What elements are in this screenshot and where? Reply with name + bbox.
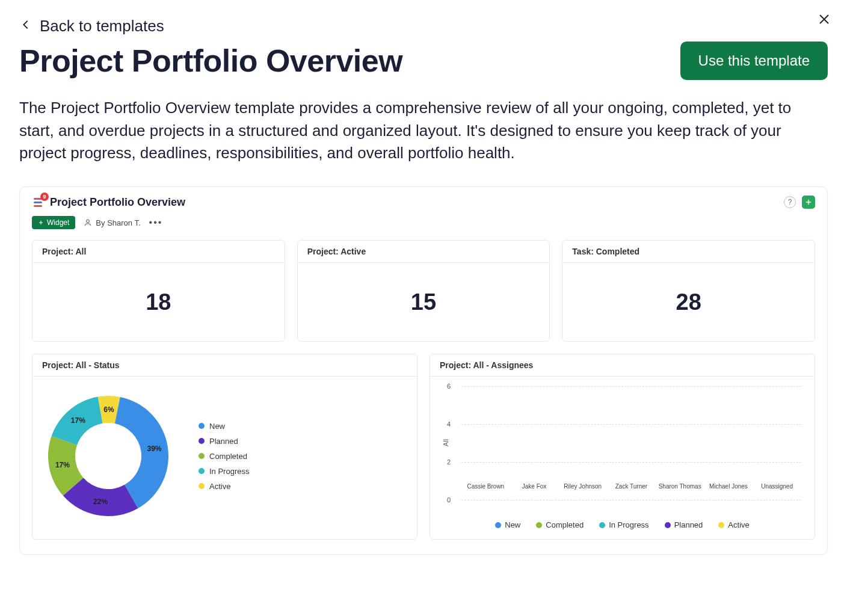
x-tick-label: Unassigned bbox=[753, 483, 801, 490]
stat-card-title: Task: Completed bbox=[562, 241, 815, 263]
y-tick-label: 4 bbox=[447, 420, 451, 428]
legend-dot bbox=[718, 522, 724, 528]
add-widget-button[interactable]: Widget bbox=[32, 216, 75, 229]
app-icon: 9 bbox=[32, 196, 44, 208]
legend-item: Planned bbox=[665, 520, 703, 529]
legend-item: Completed bbox=[199, 452, 249, 461]
x-tick-label: Zack Turner bbox=[607, 483, 655, 490]
notification-badge: 9 bbox=[40, 192, 49, 201]
legend-dot bbox=[199, 423, 205, 429]
stat-card: Project: Active 15 bbox=[297, 240, 550, 342]
legend-item: New bbox=[199, 422, 249, 431]
chevron-left-icon bbox=[19, 17, 32, 35]
stat-card-title: Project: Active bbox=[298, 241, 550, 263]
stat-card-title: Project: All bbox=[32, 241, 285, 263]
legend-dot bbox=[199, 438, 205, 444]
author-label: By Sharon T. bbox=[84, 218, 140, 227]
status-donut-chart: 6%39%22%17%17% bbox=[42, 390, 174, 522]
stat-card: Project: All 18 bbox=[32, 240, 285, 342]
y-tick-label: 2 bbox=[447, 458, 451, 466]
legend-dot bbox=[536, 522, 542, 528]
status-chart-title: Project: All - Status bbox=[32, 354, 417, 377]
y-axis-label: All bbox=[442, 439, 449, 446]
status-chart-card: Project: All - Status 6%39%22%17%17% New… bbox=[32, 354, 417, 540]
stat-value: 15 bbox=[411, 289, 436, 315]
legend-item: Completed bbox=[536, 520, 584, 529]
x-tick-label: Jake Fox bbox=[510, 483, 558, 490]
add-button[interactable] bbox=[802, 196, 815, 209]
y-tick-label: 6 bbox=[447, 383, 451, 390]
legend-dot bbox=[199, 468, 205, 474]
legend-dot bbox=[199, 483, 205, 489]
close-icon[interactable] bbox=[816, 11, 833, 28]
stat-value: 28 bbox=[676, 289, 701, 315]
svg-point-0 bbox=[87, 220, 90, 223]
assignees-chart-title: Project: All - Assignees bbox=[430, 354, 815, 377]
more-options-icon[interactable]: ••• bbox=[149, 217, 163, 228]
legend-item: Planned bbox=[199, 437, 249, 446]
assignees-chart-card: Project: All - Assignees All 0246Cassie … bbox=[430, 354, 815, 540]
legend-dot bbox=[495, 522, 501, 528]
page-title: Project Portfolio Overview bbox=[19, 43, 402, 79]
legend-item: Active bbox=[718, 520, 749, 529]
y-tick-label: 0 bbox=[447, 496, 451, 504]
assignees-legend: NewCompletedIn ProgressPlannedActive bbox=[440, 517, 805, 529]
template-description: The Project Portfolio Overview template … bbox=[19, 97, 801, 165]
template-preview: 9 Project Portfolio Overview ? Widget By… bbox=[19, 186, 828, 555]
status-legend: NewPlannedCompletedIn ProgressActive bbox=[199, 422, 249, 491]
preview-title: Project Portfolio Overview bbox=[50, 196, 185, 209]
x-tick-label: Cassie Brown bbox=[461, 483, 510, 490]
widget-button-label: Widget bbox=[47, 218, 69, 227]
x-tick-label: Riley Johnson bbox=[559, 483, 607, 490]
stat-card: Task: Completed 28 bbox=[562, 240, 815, 342]
legend-dot bbox=[199, 453, 205, 459]
legend-item: In Progress bbox=[199, 467, 249, 476]
legend-item: Active bbox=[199, 482, 249, 491]
x-tick-label: Sharon Thomas bbox=[656, 483, 704, 490]
use-template-button[interactable]: Use this template bbox=[680, 42, 828, 80]
legend-dot bbox=[665, 522, 671, 528]
legend-item: New bbox=[495, 520, 520, 529]
stat-value: 18 bbox=[146, 289, 171, 315]
assignees-bar-chart: All 0246Cassie BrownJake FoxRiley Johnso… bbox=[440, 383, 805, 517]
back-to-templates-link[interactable]: Back to templates bbox=[19, 17, 828, 35]
help-icon[interactable]: ? bbox=[784, 196, 796, 208]
legend-item: In Progress bbox=[599, 520, 648, 529]
x-tick-label: Michael Jones bbox=[704, 483, 753, 490]
back-label: Back to templates bbox=[40, 17, 164, 35]
legend-dot bbox=[599, 522, 605, 528]
